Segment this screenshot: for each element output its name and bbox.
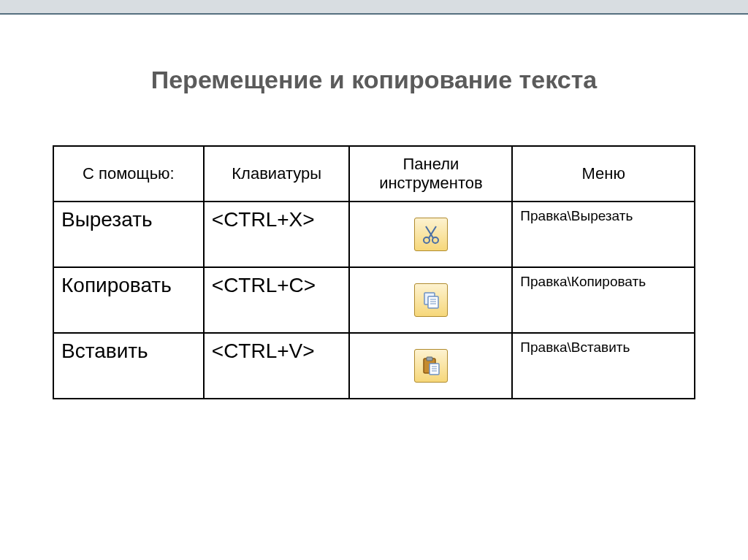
shortcut-label: <CTRL+X> — [204, 202, 350, 267]
menu-path-label: Правка\Вставить — [512, 333, 695, 399]
table-row: Копировать <CTRL+C> Правка\Копировать — [53, 267, 695, 333]
paste-icon — [414, 349, 448, 383]
table-header-row: С помощью: Клавиатуры Панели инструменто… — [53, 146, 695, 202]
toolbar-icon-cell — [349, 202, 512, 267]
svg-point-3 — [432, 237, 438, 243]
toolbar-icon-cell — [349, 267, 512, 333]
header-menu: Меню — [512, 146, 695, 202]
menu-path-label: Правка\Копировать — [512, 267, 695, 333]
header-toolbar: Панели инструментов — [349, 146, 512, 202]
operation-label: Копировать — [53, 267, 204, 333]
slide-top-border — [0, 0, 748, 15]
header-using: С помощью: — [53, 146, 204, 202]
toolbar-icon-cell — [349, 333, 512, 399]
shortcut-label: <CTRL+V> — [204, 333, 350, 399]
copy-icon — [414, 283, 448, 317]
operation-label: Вставить — [53, 333, 204, 399]
svg-point-2 — [424, 237, 430, 243]
shortcuts-table: С помощью: Клавиатуры Панели инструменто… — [53, 145, 695, 399]
table-row: Вставить <CTRL+V> Правка\Вставить — [53, 333, 695, 399]
operation-label: Вырезать — [53, 202, 204, 267]
svg-rect-10 — [427, 357, 432, 361]
svg-rect-5 — [428, 296, 438, 308]
table-row: Вырезать <CTRL+X> Правка\Вырезать — [53, 202, 695, 267]
slide-body: Перемещение и копирование текста С помощ… — [0, 15, 748, 399]
header-keyboard: Клавиатуры — [204, 146, 350, 202]
shortcut-label: <CTRL+C> — [204, 267, 350, 333]
cut-icon — [414, 218, 448, 251]
slide-title: Перемещение и копирование текста — [29, 66, 719, 94]
menu-path-label: Правка\Вырезать — [512, 202, 695, 267]
